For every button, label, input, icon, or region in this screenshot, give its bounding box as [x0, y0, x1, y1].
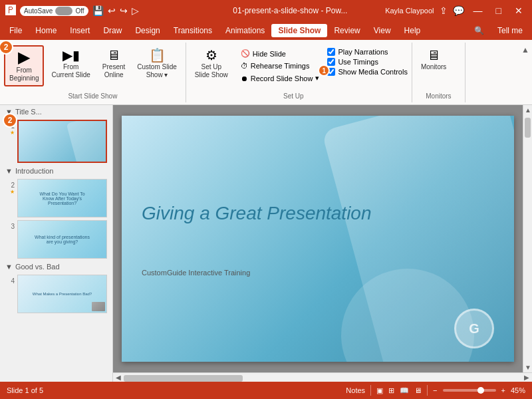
slide-2-img[interactable]: What Do You Want ToKnow After Today'sPre… [17, 179, 107, 217]
ribbon-collapse[interactable]: ▲ [519, 43, 532, 102]
menu-tellme[interactable]: Tell me [491, 24, 529, 37]
ribbon: 2 ▶ FromBeginning ▶▮ FromCurrent Slide 🖥… [0, 40, 532, 105]
minimize-btn[interactable]: — [469, 5, 487, 16]
record-icon: ⏺ [241, 74, 248, 82]
status-bar: Slide 1 of 5 Notes ▣ ⊞ 📖 🖥 − + 45% [0, 382, 532, 399]
setup-group-label: Set Up [181, 92, 406, 100]
scroll-down-arrow[interactable]: ▼ [523, 362, 532, 372]
section-label-2: Introduction [15, 167, 53, 175]
slide-1-img[interactable] [17, 120, 107, 163]
slide-subtitle: CustomGuide Interactive Training [142, 269, 381, 277]
slide-sorter-btn[interactable]: ⊞ [388, 386, 394, 395]
rehearse-label: Rehearse Timings [251, 62, 310, 70]
autosave-badge[interactable]: AutoSave Off [20, 6, 88, 16]
autosave-toggle[interactable] [55, 7, 72, 15]
menu-design[interactable]: Design [128, 24, 166, 37]
monitors-icon: 🖥 [427, 49, 440, 62]
slide-4-text: What Makes a Presentation Bad? [31, 291, 93, 297]
menu-draw[interactable]: Draw [96, 24, 128, 37]
menu-transitions[interactable]: Transitions [167, 24, 219, 37]
scrollbar-h[interactable]: ◀ ▶ [113, 372, 532, 382]
undo-icon[interactable]: ↩ [108, 5, 116, 16]
title-bar-center: 01-present-a-slide-show - Pow... [196, 6, 386, 15]
use-timings-check[interactable]: Use Timings [327, 58, 408, 66]
close-btn[interactable]: ✕ [511, 5, 527, 16]
scroll-v-thumb[interactable] [525, 118, 531, 138]
slide-canvas: Giving a Great Presentation CustomGuide … [122, 116, 514, 362]
slide-3-thumb[interactable]: 3 What kind of presentationsare you givi… [5, 220, 107, 259]
ribbon-group-start: 2 ▶ FromBeginning ▶▮ FromCurrent Slide 🖥… [0, 43, 186, 102]
rehearse-icon: ⏱ [241, 62, 248, 70]
scrollbar-v[interactable]: ▲ ▼ [523, 105, 532, 372]
slide-1-thumb[interactable]: 1 ★ [5, 120, 107, 163]
scroll-up-arrow[interactable]: ▲ [523, 105, 532, 115]
hide-slide-btn[interactable]: 🚫 Hide Slide [238, 48, 323, 59]
slide-4-thumb[interactable]: 4 What Makes a Presentation Bad? [5, 275, 107, 313]
monitors-btn[interactable]: 🖥 Monitors [416, 45, 451, 74]
comment-icon[interactable]: 💬 [453, 5, 464, 16]
custom-slideshow-icon: 📋 [149, 49, 166, 62]
record-slideshow-btn[interactable]: 1 ⏺ Record Slide Show ▾ [238, 72, 323, 84]
slide-2-thumb[interactable]: 2 ★ What Do You Want ToKnow After Today'… [5, 179, 107, 217]
redo-icon[interactable]: ↪ [120, 5, 128, 16]
menu-insert[interactable]: Insert [63, 24, 96, 37]
show-media-controls-check[interactable]: Show Media Controls [327, 68, 408, 76]
rehearse-btn[interactable]: ⏱ Rehearse Timings [238, 61, 323, 71]
save-icon[interactable]: 💾 [92, 5, 104, 16]
menu-bar: File Home Insert Draw Design Transitions… [0, 21, 532, 40]
title-bar-left: 🅿 AutoSave Off 💾 ↩ ↪ ▷ [5, 5, 196, 17]
maximize-btn[interactable]: □ [492, 5, 505, 16]
annotation-2-panel: 2 [3, 113, 17, 128]
user-name: Kayla Claypool [385, 7, 434, 15]
play-narrations-check[interactable]: Play Narrations [327, 48, 408, 56]
notes-btn[interactable]: Notes [346, 386, 365, 394]
menu-review[interactable]: Review [327, 24, 366, 37]
start-group-label: Start Slide Show [0, 92, 186, 100]
canvas-wrapper: Giving a Great Presentation CustomGuide … [113, 105, 532, 382]
section-title-s[interactable]: ▼ Title S... [0, 105, 112, 118]
zoom-thumb[interactable] [477, 387, 484, 394]
slide-2-star: ★ [10, 189, 15, 195]
section-label-1: Title S... [15, 108, 42, 116]
zoom-slider[interactable] [443, 389, 496, 392]
use-timings-label: Use Timings [338, 58, 378, 66]
zoom-level[interactable]: 45% [511, 386, 525, 394]
section-introduction[interactable]: ▼ Introduction [0, 164, 112, 178]
present-icon[interactable]: ▷ [132, 5, 139, 16]
slide-1-star: ★ [10, 130, 15, 136]
present-online-btn[interactable]: 🖥 PresentOnline [98, 45, 130, 82]
zoom-plus[interactable]: + [501, 386, 505, 394]
normal-view-btn[interactable]: ▣ [376, 386, 383, 395]
ribbon-group-setup: ⚙ Set UpSlide Show 🚫 Hide Slide ⏱ Rehear… [186, 43, 412, 102]
section-goodvsbad[interactable]: ▼ Good vs. Bad [0, 260, 112, 273]
file-title: 01-present-a-slide-show - Pow... [233, 6, 347, 15]
slide-3-num: 3 [5, 221, 15, 230]
scroll-right-arrow[interactable]: ▶ [521, 374, 532, 381]
menu-slideshow[interactable]: Slide Show [271, 24, 327, 37]
menu-search-icon[interactable]: 🔍 [467, 24, 491, 37]
menu-home[interactable]: Home [29, 24, 63, 37]
slide-logo: G [454, 309, 494, 348]
main-area: 2 ▼ Title S... 1 ★ ▼ Introduction 2 ★ [0, 105, 532, 382]
menu-view[interactable]: View [367, 24, 398, 37]
slide-3-img[interactable]: What kind of presentationsare you giving… [17, 220, 107, 259]
custom-slideshow-btn[interactable]: 📋 Custom SlideShow ▾ [132, 45, 181, 82]
share-icon[interactable]: ⇪ [440, 5, 448, 16]
title-bar: 🅿 AutoSave Off 💾 ↩ ↪ ▷ 01-present-a-slid… [0, 0, 532, 21]
presenter-view-btn[interactable]: 🖥 [414, 386, 422, 394]
slide-panel: 2 ▼ Title S... 1 ★ ▼ Introduction 2 ★ [0, 105, 113, 382]
scroll-left-arrow[interactable]: ◀ [113, 374, 124, 381]
setup-slideshow-btn[interactable]: ⚙ Set UpSlide Show [190, 45, 233, 82]
slide-4-num: 4 [5, 276, 15, 285]
present-online-icon: 🖥 [107, 49, 120, 62]
menu-help[interactable]: Help [398, 24, 428, 37]
slide-4-img[interactable]: What Makes a Presentation Bad? [17, 275, 107, 313]
from-current-icon: ▶▮ [63, 49, 80, 62]
menu-file[interactable]: File [3, 24, 29, 37]
reading-view-btn[interactable]: 📖 [400, 386, 409, 395]
menu-animations[interactable]: Animations [219, 24, 271, 37]
from-current-btn[interactable]: ▶▮ FromCurrent Slide [47, 45, 94, 82]
zoom-minus[interactable]: − [433, 386, 437, 394]
autosave-label: AutoSave [24, 7, 53, 15]
hide-slide-label: Hide Slide [253, 50, 286, 58]
